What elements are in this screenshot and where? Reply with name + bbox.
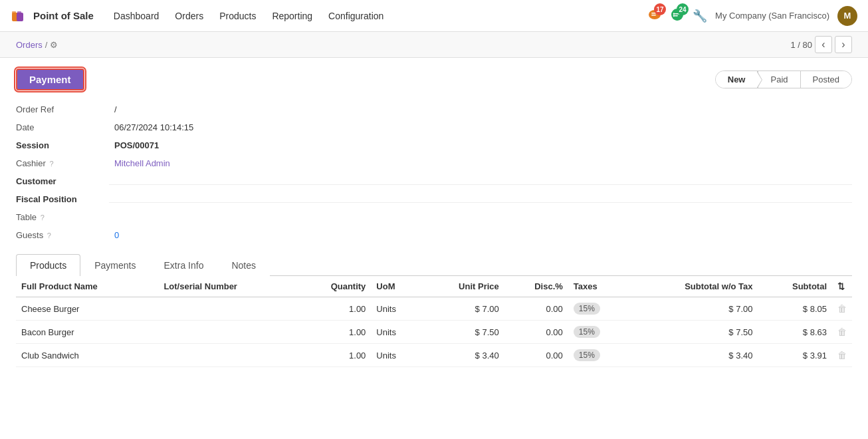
cell-qty-1: 1.00: [296, 321, 372, 344]
table-help-icon[interactable]: ?: [41, 214, 45, 221]
svg-rect-6: [651, 15, 656, 16]
delete-row-icon-2[interactable]: 🗑: [837, 350, 847, 361]
breadcrumb: Orders / ⚙: [16, 40, 58, 50]
status-new[interactable]: New: [716, 71, 758, 88]
table-row: Club Sandwich 1.00 Units $ 3.40 0.00 15%…: [16, 344, 852, 367]
table-label: Table ?: [16, 209, 109, 225]
app-logo[interactable]: Point of Sale: [11, 9, 94, 23]
messages-badge: 17: [654, 3, 666, 15]
cell-qty-2: 1.00: [296, 344, 372, 367]
col-subtotal: Subtotal: [758, 276, 832, 297]
app-name: Point of Sale: [33, 10, 94, 21]
settings-wrench-icon[interactable]: 🔧: [693, 9, 707, 23]
tab-extra-info[interactable]: Extra Info: [150, 254, 218, 276]
fiscal-position-label: Fiscal Position: [16, 191, 109, 208]
cell-qty-0: 1.00: [296, 297, 372, 321]
cell-lot-2: [158, 344, 296, 367]
cell-subtotal-wo-tax-1: $ 7.50: [629, 321, 758, 344]
cell-subtotal-0: $ 8.05: [758, 297, 832, 321]
breadcrumb-bar: Orders / ⚙ 1 / 80 ‹ ›: [0, 32, 868, 58]
cell-lot-0: [158, 297, 296, 321]
col-lot-serial: Lot/serial Number: [158, 276, 296, 297]
table-row: Bacon Burger 1.00 Units $ 7.50 0.00 15% …: [16, 321, 852, 344]
main-content: Payment New Paid Posted Order Ref / Date…: [0, 58, 868, 378]
cashier-value[interactable]: Mitchell Admin: [109, 155, 852, 172]
messages-icon[interactable]: 17: [647, 7, 662, 24]
activities-badge: 24: [677, 3, 689, 15]
cell-product-name-1: Bacon Burger: [16, 321, 158, 344]
menu-dashboard[interactable]: Dashboard: [107, 8, 166, 24]
cell-disc-1: 0.00: [504, 321, 568, 344]
cell-delete-0[interactable]: 🗑: [832, 297, 852, 321]
cell-tax-0: 15%: [568, 297, 629, 321]
guests-help-icon[interactable]: ?: [47, 231, 51, 239]
cell-uom-2: Units: [371, 344, 421, 367]
cell-disc-2: 0.00: [504, 344, 568, 367]
cashier-label: Cashier ?: [16, 155, 109, 172]
session-value: POS/00071: [109, 137, 852, 154]
menu-configuration[interactable]: Configuration: [322, 8, 390, 24]
cell-subtotal-2: $ 3.91: [758, 344, 832, 367]
status-posted[interactable]: Posted: [801, 71, 851, 88]
svg-point-12: [673, 15, 675, 17]
col-actions[interactable]: ⇅: [832, 276, 852, 297]
cell-product-name-2: Club Sandwich: [16, 344, 158, 367]
products-table: Full Product Name Lot/serial Number Quan…: [16, 276, 852, 367]
cell-subtotal-1: $ 8.63: [758, 321, 832, 344]
table-row: Cheese Burger 1.00 Units $ 7.00 0.00 15%…: [16, 297, 852, 321]
delete-row-icon-1[interactable]: 🗑: [837, 327, 847, 337]
table-value[interactable]: [109, 214, 852, 221]
col-unit-price: Unit Price: [421, 276, 504, 297]
menu-products[interactable]: Products: [213, 8, 263, 24]
date-label: Date: [16, 119, 109, 136]
cell-delete-1[interactable]: 🗑: [832, 321, 852, 344]
delete-row-icon-0[interactable]: 🗑: [837, 303, 847, 314]
order-form: Order Ref / Date 06/27/2024 10:14:15 Ses…: [16, 101, 852, 243]
cell-lot-1: [158, 321, 296, 344]
tabs: Products Payments Extra Info Notes: [16, 254, 852, 276]
tab-notes[interactable]: Notes: [217, 254, 270, 276]
avatar[interactable]: M: [837, 6, 857, 26]
cell-uom-0: Units: [371, 297, 421, 321]
fiscal-position-value[interactable]: [109, 196, 852, 203]
session-label: Session: [16, 137, 109, 154]
svg-rect-3: [17, 11, 21, 14]
breadcrumb-gear-icon[interactable]: ⚙: [50, 40, 58, 50]
main-menu: Dashboard Orders Products Reporting Conf…: [107, 8, 391, 24]
cell-unit-price-1: $ 7.50: [421, 321, 504, 344]
pagination-prev[interactable]: ‹: [815, 36, 832, 53]
payment-button[interactable]: Payment: [16, 69, 84, 90]
menu-reporting[interactable]: Reporting: [265, 8, 319, 24]
col-full-product-name: Full Product Name: [16, 276, 158, 297]
cell-unit-price-0: $ 7.00: [421, 297, 504, 321]
cashier-help-icon[interactable]: ?: [49, 160, 53, 168]
cell-disc-0: 0.00: [504, 297, 568, 321]
status-paid[interactable]: Paid: [758, 71, 800, 88]
toolbar: Payment New Paid Posted: [16, 69, 852, 90]
company-name: My Company (San Francisco): [715, 11, 829, 21]
status-buttons: New Paid Posted: [715, 71, 852, 88]
svg-point-11: [673, 13, 675, 15]
top-navigation: Point of Sale Dashboard Orders Products …: [0, 0, 868, 32]
col-disc: Disc.%: [504, 276, 568, 297]
guests-value[interactable]: 0: [109, 227, 852, 243]
col-uom: UoM: [371, 276, 421, 297]
cell-tax-2: 15%: [568, 344, 629, 367]
cell-unit-price-2: $ 3.40: [421, 344, 504, 367]
activities-icon[interactable]: 24: [670, 7, 685, 24]
tab-payments[interactable]: Payments: [80, 254, 150, 276]
cell-tax-1: 15%: [568, 321, 629, 344]
pagination-display: 1 / 80: [790, 40, 812, 50]
col-quantity: Quantity: [296, 276, 372, 297]
cell-delete-2[interactable]: 🗑: [832, 344, 852, 367]
col-taxes: Taxes: [568, 276, 629, 297]
menu-orders[interactable]: Orders: [168, 8, 210, 24]
tab-products[interactable]: Products: [16, 254, 80, 276]
date-value: 06/27/2024 10:14:15: [109, 119, 852, 136]
customer-value[interactable]: [109, 178, 852, 185]
breadcrumb-orders[interactable]: Orders: [16, 40, 43, 50]
breadcrumb-separator: /: [45, 40, 48, 50]
pagination-next[interactable]: ›: [835, 36, 852, 53]
pagination: 1 / 80 ‹ ›: [790, 36, 852, 53]
svg-rect-2: [12, 11, 16, 14]
